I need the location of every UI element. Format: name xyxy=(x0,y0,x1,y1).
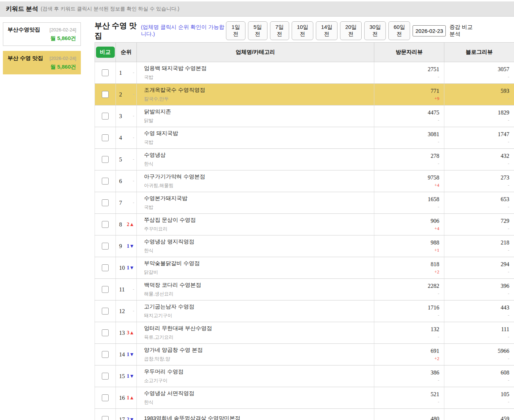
business-name-link[interactable]: 닭발의지존 xyxy=(144,108,374,115)
sidebar-keyword-date: [2026-02-24] xyxy=(49,27,76,33)
compare-checkbox-cell xyxy=(95,279,116,300)
compare-checkbox[interactable] xyxy=(102,156,109,163)
blog-review-count: 608 xyxy=(444,369,509,376)
rank-change-indicator: - xyxy=(133,70,134,75)
business-category: 돼지고기구이 xyxy=(144,312,374,319)
blog-review-cell: 653- xyxy=(444,192,514,214)
business-cell: 엄용백 돼지국밥 수영본점국밥 xyxy=(137,62,374,84)
business-name-link[interactable]: 우두머리 수영점 xyxy=(144,368,374,375)
business-name-link[interactable]: 1983영희네 솥뚜껑삼겹살 수영망미본점 xyxy=(144,415,374,420)
rank-cell: 5- xyxy=(116,149,137,170)
business-category: 소고기구이 xyxy=(144,377,374,384)
compare-checkbox[interactable] xyxy=(102,416,109,420)
compare-checkbox[interactable] xyxy=(102,113,109,120)
compare-checkbox[interactable] xyxy=(102,243,109,250)
business-category: 닭발 xyxy=(144,117,374,124)
business-name-link[interactable]: 아구가기가막혀 수영본점 xyxy=(144,173,374,180)
compare-checkbox[interactable] xyxy=(102,221,109,228)
visitor-review-change: - xyxy=(374,161,439,166)
period-button[interactable]: 7일전 xyxy=(270,21,289,40)
period-button[interactable]: 10일전 xyxy=(292,21,313,40)
visitor-review-count: 1716 xyxy=(374,304,439,311)
business-name-link[interactable]: 수영 돼지국밥 xyxy=(144,130,374,137)
period-button[interactable]: 20일전 xyxy=(340,21,362,40)
sidebar-keyword-volume: 월 5,860건 xyxy=(8,64,76,70)
compare-checkbox[interactable] xyxy=(102,199,109,206)
rank-change-indicator: - xyxy=(133,308,134,314)
table-header-row: 비교 순위 업체명/카테고리 방문자리뷰 블로그리뷰 xyxy=(95,43,514,62)
compare-checkbox-cell xyxy=(95,84,116,105)
business-name-link[interactable]: 수영본가돼지국밥 xyxy=(144,195,374,202)
compare-analysis-label: 증감 비교분석 xyxy=(449,24,476,38)
compare-checkbox[interactable] xyxy=(102,69,109,76)
table-row: 82▲쭈삼집 문삼이 수영점주꾸미요리906+4729- xyxy=(95,214,514,235)
compare-date-input[interactable] xyxy=(413,25,446,36)
rank-number: 16 xyxy=(119,395,125,401)
compare-checkbox[interactable] xyxy=(102,308,109,315)
business-name-link[interactable]: 수영냉삼 서면직영점 xyxy=(144,390,374,397)
visitor-review-cell: 2282- xyxy=(374,279,444,300)
compare-checkbox[interactable] xyxy=(102,286,109,293)
blog-review-cell: 111- xyxy=(444,322,514,344)
visitor-review-count: 278 xyxy=(374,153,439,159)
business-name-link[interactable]: 엉터리 무한대패 부산수영점 xyxy=(144,325,374,332)
business-name-link[interactable]: 고기굽는남자 수영점 xyxy=(144,303,374,310)
compare-checkbox[interactable] xyxy=(102,91,109,98)
sidebar-keyword-item[interactable]: 부산 수영 맛집[2026-02-24]월 5,860건 xyxy=(3,51,81,74)
blog-review-count: 729 xyxy=(444,218,509,224)
compare-checkbox[interactable] xyxy=(102,329,109,336)
sidebar-keyword-item[interactable]: 부산수영맛집[2026-02-24]월 5,860건 xyxy=(3,22,81,46)
business-name-link[interactable]: 부막숯불닭갈비 수영점 xyxy=(144,260,374,267)
visitor-review-count: 132 xyxy=(374,326,439,333)
compare-header-cell: 비교 xyxy=(95,43,116,62)
rank-change-indicator: 1▼ xyxy=(127,243,134,249)
compare-button[interactable]: 비교 xyxy=(96,47,115,58)
compare-checkbox[interactable] xyxy=(102,264,109,271)
table-row: 7-수영본가돼지국밥국밥1658-653- xyxy=(95,192,514,214)
compare-checkbox[interactable] xyxy=(102,394,109,401)
business-name-link[interactable]: 수영냉삼 xyxy=(144,152,374,159)
visitor-review-change: - xyxy=(374,377,439,383)
rank-change-indicator: 1▲ xyxy=(127,395,134,401)
business-name-link[interactable]: 엄용백 돼지국밥 수영본점 xyxy=(144,65,374,72)
period-button[interactable]: 1일전 xyxy=(226,21,245,40)
blog-review-change: - xyxy=(444,74,509,80)
visitor-review-count: 3081 xyxy=(374,131,439,138)
business-name-link[interactable]: 수영냉삼 명지직영점 xyxy=(144,238,374,245)
rank-number: 4 xyxy=(119,135,122,141)
business-name-link[interactable]: 쭈삼집 문삼이 수영점 xyxy=(144,217,374,224)
period-button[interactable]: 5일전 xyxy=(248,21,267,40)
blog-review-change: - xyxy=(444,226,509,231)
visitor-review-cell: 771+9 xyxy=(374,84,444,105)
blog-review-cell: 432- xyxy=(444,149,514,170)
visitor-review-count: 906 xyxy=(374,218,439,224)
business-name-link[interactable]: 백덕장 코다리 수영본점 xyxy=(144,282,374,289)
business-category: 한식 xyxy=(144,161,374,167)
business-cell: 1983영희네 솥뚜껑삼겹살 수영망미본점 xyxy=(137,409,374,420)
visitor-review-cell: 1658- xyxy=(374,192,444,214)
period-button[interactable]: 14일전 xyxy=(316,21,337,40)
business-name-link[interactable]: 양가네 양곱창 수영 본점 xyxy=(144,347,374,354)
blog-review-count: 1747 xyxy=(444,131,509,138)
blog-review-count: 443 xyxy=(444,304,509,311)
compare-checkbox[interactable] xyxy=(102,351,109,358)
blog-review-change: - xyxy=(444,117,509,123)
visitor-review-header: 방문자리뷰 xyxy=(374,43,444,62)
rank-number: 2 xyxy=(119,91,122,98)
rank-change-indicator: 3▲ xyxy=(127,330,134,336)
compare-checkbox[interactable] xyxy=(102,373,109,380)
business-cell: 조개옥칼국수 수영직영점칼국수,만두 xyxy=(137,84,374,105)
visitor-review-change: - xyxy=(374,291,439,296)
business-name-link[interactable]: 조개옥칼국수 수영직영점 xyxy=(144,87,374,94)
compare-checkbox[interactable] xyxy=(102,134,109,141)
rank-change-indicator: - xyxy=(133,157,134,162)
rank-cell: 161▲ xyxy=(116,387,137,409)
period-button[interactable]: 60일전 xyxy=(388,21,410,40)
business-category: 육류,고기요리 xyxy=(144,334,374,341)
period-button[interactable]: 30일전 xyxy=(364,21,386,40)
business-cell: 고기굽는남자 수영점돼지고기구이 xyxy=(137,300,374,322)
visitor-review-cell: 4475- xyxy=(374,105,444,127)
business-cell: 수영냉삼 서면직영점한식 xyxy=(137,387,374,409)
blog-review-cell: 273- xyxy=(444,170,514,192)
compare-checkbox[interactable] xyxy=(102,178,109,185)
